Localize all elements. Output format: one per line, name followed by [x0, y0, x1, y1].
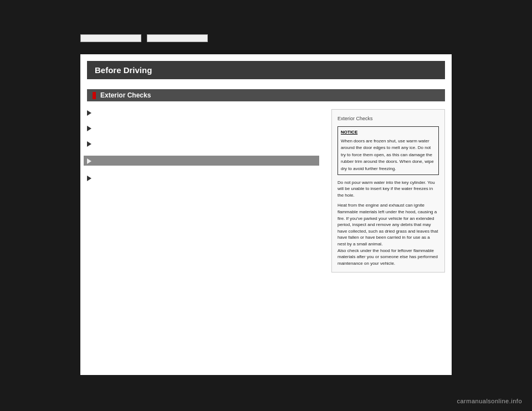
bullet-arrow-icon — [87, 126, 91, 131]
bullet-arrow-icon — [87, 176, 91, 181]
list-item — [87, 109, 319, 116]
bullet-arrow-icon — [87, 158, 91, 164]
notice-label: NOTICE — [341, 129, 436, 136]
section-header-text: Before Driving — [95, 65, 152, 75]
subsection-bar-icon — [93, 92, 96, 99]
list-item — [87, 125, 319, 131]
notice-text: When doors are frozen shut, use warm wat… — [341, 138, 434, 171]
bullet-arrow-icon — [87, 141, 91, 147]
nav-buttons-area — [80, 34, 208, 42]
bullet-list — [87, 109, 319, 181]
subsection-header-bar: Exterior Checks — [87, 89, 445, 101]
nav-button-1[interactable] — [80, 34, 141, 42]
list-item — [87, 140, 319, 147]
nav-button-2[interactable] — [147, 34, 208, 42]
watermark-text: carmanualsonline.info — [457, 398, 522, 404]
left-column — [87, 109, 324, 273]
bullet-arrow-icon — [87, 110, 91, 116]
two-column-layout: Exterior Checks NOTICE When doors are fr… — [87, 109, 445, 273]
right-panel: Exterior Checks NOTICE When doors are fr… — [331, 109, 445, 273]
right-panel-title-text: Exterior Checks — [337, 116, 373, 121]
section-header-bar: Before Driving — [87, 61, 445, 79]
notice-box: NOTICE When doors are frozen shut, use w… — [337, 126, 439, 175]
watermark: carmanualsonline.info — [457, 398, 522, 404]
right-panel-para2: Heat from the engine and exhaust can ign… — [337, 202, 439, 266]
page-area: Before Driving Exterior Checks — [80, 54, 452, 375]
subsection-header-text: Exterior Checks — [100, 91, 151, 99]
right-panel-para1: Do not pour warm water into the key cyli… — [337, 179, 439, 199]
right-panel-title: Exterior Checks — [337, 115, 439, 122]
list-item — [87, 174, 319, 181]
list-item-highlighted — [84, 156, 319, 166]
